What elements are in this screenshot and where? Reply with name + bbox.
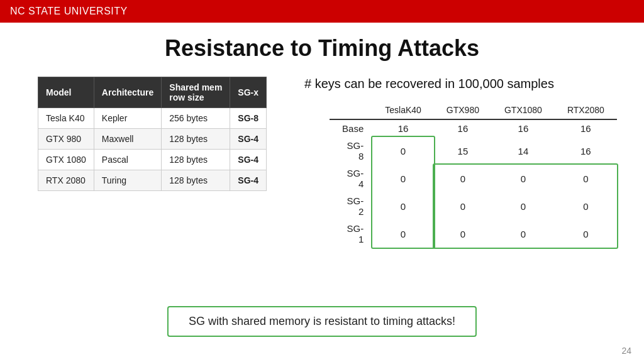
result-row: SG-80151416: [330, 137, 617, 165]
cell-arch: Turing: [94, 170, 161, 191]
result-cell-Base-col3: 16: [555, 119, 617, 137]
col-header-arch: Architecture: [94, 77, 161, 108]
result-cell-Base-col2: 16: [492, 119, 555, 137]
result-cell-SG-8-col0: 0: [372, 137, 434, 165]
result-cell-SG-1-col2: 0: [492, 220, 555, 248]
cell-arch: Pascal: [94, 150, 161, 170]
result-cell-SG-4-col3: 0: [555, 165, 617, 192]
content-area: Model Architecture Shared memrow size SG…: [38, 77, 606, 250]
cell-arch: Maxwell: [94, 129, 161, 150]
result-cell-SG-2-col2: 0: [492, 192, 555, 220]
cell-sg: SG-8: [230, 108, 267, 129]
result-cell-SG-8-col2: 14: [492, 137, 555, 165]
results-col-header-row: TeslaK40 GTX980 GTX1080 RTX2080: [330, 101, 617, 119]
result-cell-SG-4-col1: 0: [434, 165, 492, 192]
col-gtx980: GTX980: [434, 101, 492, 119]
cell-mem: 256 bytes: [162, 108, 230, 129]
table-row: Tesla K40Kepler256 bytesSG-8: [38, 108, 267, 129]
col-rtx2080: RTX2080: [555, 101, 617, 119]
table-row: GTX 980Maxwell128 bytesSG-4: [38, 129, 267, 150]
cell-model: GTX 980: [38, 129, 94, 150]
model-table: Model Architecture Shared memrow size SG…: [38, 77, 267, 191]
col-header-sg: SG-x: [230, 77, 267, 108]
result-cell-SG-1-col0: 0: [372, 220, 434, 248]
cell-mem: 128 bytes: [162, 150, 230, 170]
right-section: # keys can be recovered in 100,000 sampl…: [304, 77, 617, 250]
slide-title: Resistance to Timing Attacks: [38, 35, 606, 62]
keys-title: # keys can be recovered in 100,000 sampl…: [304, 77, 617, 91]
result-row: SG-40000: [330, 165, 617, 192]
result-cell-SG-4-col0: 0: [372, 165, 434, 192]
cell-sg: SG-4: [230, 170, 267, 191]
main-content: Resistance to Timing Attacks Model Archi…: [0, 23, 644, 263]
result-row-label-Base: Base: [330, 119, 372, 137]
result-cell-SG-1-col3: 0: [555, 220, 617, 248]
col-header-mem: Shared memrow size: [162, 77, 230, 108]
cell-mem: 128 bytes: [162, 170, 230, 191]
result-row-label-SG-8: SG-8: [330, 137, 372, 165]
bottom-message: SG with shared memory is resistant to ti…: [167, 306, 477, 337]
result-cell-SG-4-col2: 0: [492, 165, 555, 192]
cell-sg: SG-4: [230, 150, 267, 170]
model-table-body: Tesla K40Kepler256 bytesSG-8GTX 980Maxwe…: [38, 108, 267, 191]
result-cell-Base-col1: 16: [434, 119, 492, 137]
result-row: Base16161616: [330, 119, 617, 137]
col-teslak40: TeslaK40: [372, 101, 434, 119]
header-bar: NC STATE UNIVERSITY: [0, 0, 644, 23]
university-logo: NC STATE UNIVERSITY: [10, 6, 128, 17]
cell-model: RTX 2080: [38, 170, 94, 191]
table-row: GTX 1080Pascal128 bytesSG-4: [38, 150, 267, 170]
table-row: RTX 2080Turing128 bytesSG-4: [38, 170, 267, 191]
result-cell-SG-1-col1: 0: [434, 220, 492, 248]
logo-bold: NC STATE: [10, 6, 61, 16]
result-row-label-SG-2: SG-2: [330, 192, 372, 220]
empty-header: [330, 101, 372, 119]
result-cell-SG-8-col3: 16: [555, 137, 617, 165]
result-cell-SG-8-col1: 15: [434, 137, 492, 165]
result-row-label-SG-4: SG-4: [330, 165, 372, 192]
results-table: TeslaK40 GTX980 GTX1080 RTX2080 Base1616…: [330, 101, 617, 248]
result-cell-SG-2-col3: 0: [555, 192, 617, 220]
cell-sg: SG-4: [230, 129, 267, 150]
cell-model: Tesla K40: [38, 108, 94, 129]
result-row: SG-10000: [330, 220, 617, 248]
logo-light: UNIVERSITY: [61, 6, 128, 16]
cell-model: GTX 1080: [38, 150, 94, 170]
result-row: SG-20000: [330, 192, 617, 220]
col-gtx1080: GTX1080: [492, 101, 555, 119]
col-header-model: Model: [38, 77, 94, 108]
result-cell-SG-2-col1: 0: [434, 192, 492, 220]
result-cell-SG-2-col0: 0: [372, 192, 434, 220]
cell-arch: Kepler: [94, 108, 161, 129]
results-container: TeslaK40 GTX980 GTX1080 RTX2080 Base1616…: [304, 101, 617, 248]
result-cell-Base-col0: 16: [372, 119, 434, 137]
result-row-label-SG-1: SG-1: [330, 220, 372, 248]
cell-mem: 128 bytes: [162, 129, 230, 150]
results-table-body: Base16161616SG-80151416SG-40000SG-20000S…: [330, 119, 617, 248]
page-number: 24: [621, 346, 631, 356]
left-section: Model Architecture Shared memrow size SG…: [38, 77, 267, 191]
